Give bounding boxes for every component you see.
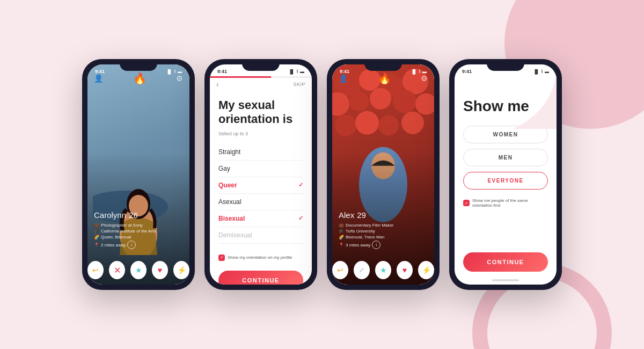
phone-2-time: 9:41 [217,69,227,74]
location-icon3: 📍 [339,243,344,248]
detail-orientation: 🌈 Queer, Bisexual [94,235,183,239]
wifi-icon: ⌇ [174,69,176,74]
signal-icon3: ▐▌ [411,69,417,74]
expand-button3[interactable]: ⤢ [354,261,370,279]
alex-detail-job: 💼 Documentary Film Maker [339,223,428,228]
phone-1-profile-info: Carolynn 26 💼 Photographer at Sony 🎓 Cal… [87,209,189,250]
alex-detail-orientation: 🌈 Bisexual, Trans Man [339,235,428,239]
boost-button[interactable]: ⚡ [173,261,189,279]
school-icon3: 🎓 [339,229,344,234]
option-queer[interactable]: Queer ✓ [218,177,303,194]
wifi-icon3: ⌇ [419,69,421,74]
show-same-orientation-row: ✓ Show me people of the same orientation… [463,195,548,211]
alex-detail-school: 🎓 Tufts University [339,229,428,234]
option-straight[interactable]: Straight [218,144,303,161]
phone-3-profile-info: Alex 29 💼 Documentary Film Maker 🎓 Tufts… [332,209,434,250]
show-orientation-row: ✓ Show my orientation on my profile [210,249,312,266]
phone-3-screen: 9:41 ▐▌ ⌇ ▬ 👤 🔥 ⚙ Alex 29 💼 [332,64,434,285]
phone-1: 9:41 ▐▌ ⌇ ▬ 👤 🔥 ⚙ Carolynn 26 💼 [82,59,195,290]
superlike-button3[interactable]: ★ [375,261,391,279]
home-indicator-4 [455,276,557,285]
phones-container: 9:41 ▐▌ ⌇ ▬ 👤 🔥 ⚙ Carolynn 26 💼 [82,59,562,290]
detail-job: 💼 Photographer at Sony [94,223,183,228]
briefcase-icon3: 💼 [339,223,344,228]
alex-profile-name: Alex 29 [339,209,428,221]
option-demisexual[interactable]: Demisexual [218,227,303,244]
rainbow-icon: 🌈 [94,235,99,239]
phone-3-status-icons: ▐▌ ⌇ ▬ [411,69,427,74]
alex-detail-distance: 📍 3 miles away i [339,241,428,249]
option-asexual[interactable]: Asexual [218,194,303,210]
back-button[interactable]: ‹ [216,80,219,89]
option-everyone[interactable]: EVERYONE [463,172,548,190]
boost-button3[interactable]: ⚡ [418,261,434,279]
battery-icon3: ▬ [422,69,427,74]
phone-4: 9:41 ▐▌ ⌇ ▬ Show me WOMEN MEN EVERYONE ✓… [449,59,562,290]
phone-4-status-icons: ▐▌ ⌇ ▬ [533,69,549,74]
rewind-button3[interactable]: ↩ [332,261,348,279]
superlike-button[interactable]: ★ [130,261,147,279]
phone-3-status-bar: 9:41 ▐▌ ⌇ ▬ [332,64,434,76]
location-icon: 📍 [94,243,99,248]
orientation-content: My sexual orientation is Select up to 3 … [210,90,312,249]
battery-icon: ▬ [178,69,182,74]
battery-icon4: ▬ [545,69,549,74]
detail-distance: 📍 2 miles away i [94,241,183,249]
phone-3: 9:41 ▐▌ ⌇ ▬ 👤 🔥 ⚙ Alex 29 💼 [327,59,440,290]
phone-2-screen: 9:41 ▐▌ ⌇ ▬ ‹ SKIP My sexual orientation… [210,64,312,285]
phone-1-status-bar: 9:41 ▐▌ ⌇ ▬ [87,64,189,76]
queer-check: ✓ [298,181,303,188]
signal-icon: ▐▌ [166,69,172,74]
like-button[interactable]: ♥ [152,261,168,279]
option-bisexual[interactable]: Bisexual ✓ [218,210,303,227]
alex-info-button[interactable]: i [372,241,380,249]
phone-3-time: 9:41 [340,69,349,74]
info-button[interactable]: i [127,241,136,249]
like-button3[interactable]: ♥ [397,261,413,279]
skip-button[interactable]: SKIP [293,82,305,87]
show-same-orient-checkbox[interactable]: ✓ [463,200,470,206]
show-me-continue-button[interactable]: CONTINUE [463,252,548,272]
orientation-title: My sexual orientation is [218,98,303,127]
orientation-continue-button[interactable]: CONTINUE [218,271,303,285]
school-icon: 🎓 [94,229,99,234]
profile-name: Carolynn 26 [94,209,183,221]
briefcase-icon: 💼 [94,223,99,228]
rewind-button[interactable]: ↩ [87,261,104,279]
battery-icon2: ▬ [300,69,304,74]
phone-2-nav: ‹ SKIP [210,78,312,90]
phone-2-status-icons: ▐▌ ⌇ ▬ [289,69,304,74]
orientation-subtitle: Select up to 3 [218,131,303,136]
bisexual-check: ✓ [298,215,303,222]
rainbow-icon3: 🌈 [339,235,344,239]
signal-icon4: ▐▌ [533,69,539,74]
phone-4-screen: 9:41 ▐▌ ⌇ ▬ Show me WOMEN MEN EVERYONE ✓… [455,64,557,285]
phone-2-notch [242,59,280,71]
phone-3-action-bar: ↩ ⤢ ★ ♥ ⚡ [332,261,434,279]
phone-1-screen: 9:41 ▐▌ ⌇ ▬ 👤 🔥 ⚙ Carolynn 26 💼 [87,64,189,285]
dislike-button[interactable]: ✕ [109,261,125,279]
phone-2: 9:41 ▐▌ ⌇ ▬ ‹ SKIP My sexual orientation… [204,59,317,290]
phone-4-time: 9:41 [462,69,472,74]
detail-school: 🎓 California Institute of the Arts [94,229,183,234]
show-orientation-checkbox[interactable]: ✓ [218,255,225,261]
phone-1-action-bar: ↩ ✕ ★ ♥ ⚡ [87,261,189,279]
wifi-icon2: ⌇ [296,69,298,74]
phone-4-status-bar: 9:41 ▐▌ ⌇ ▬ [455,64,557,76]
phone-1-status-icons: ▐▌ ⌇ ▬ [166,69,182,74]
option-gay[interactable]: Gay [218,161,303,177]
photo-overlay-3 [332,64,434,285]
option-men[interactable]: MEN [463,149,548,166]
wifi-icon4: ⌇ [541,69,543,74]
phone-1-time: 9:41 [95,69,105,74]
signal-icon2: ▐▌ [289,69,295,74]
